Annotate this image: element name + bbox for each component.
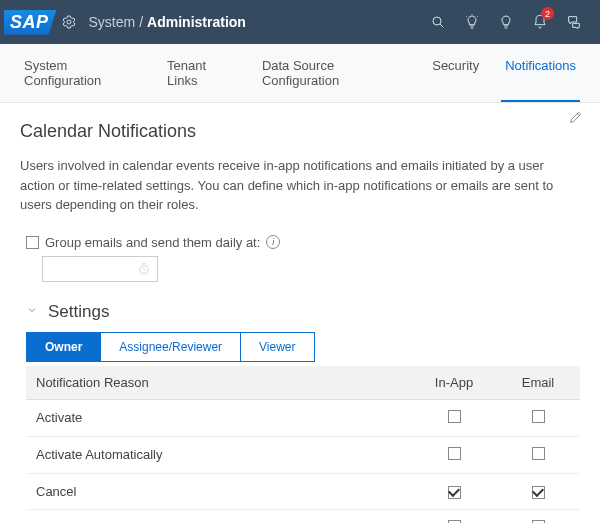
email-cell bbox=[496, 436, 580, 473]
info-icon[interactable]: i bbox=[266, 235, 280, 249]
svg-line-8 bbox=[148, 264, 149, 265]
inapp-cell bbox=[412, 436, 496, 473]
inapp-checkbox[interactable] bbox=[448, 410, 461, 423]
header-actions: 2 bbox=[422, 6, 590, 38]
group-emails-label: Group emails and send them daily at: bbox=[45, 235, 260, 250]
table-row: Activate Automatically bbox=[26, 436, 580, 473]
table-row: Cancel bbox=[26, 473, 580, 509]
bulb-on-icon[interactable] bbox=[456, 6, 488, 38]
discuss-icon[interactable] bbox=[558, 6, 590, 38]
breadcrumb-separator: / bbox=[139, 14, 143, 30]
group-time-input[interactable] bbox=[42, 256, 158, 282]
email-cell bbox=[496, 509, 580, 523]
edit-button[interactable] bbox=[568, 109, 584, 128]
breadcrumb-parent[interactable]: System bbox=[89, 14, 136, 30]
svg-line-2 bbox=[440, 24, 443, 27]
time-picker-icon bbox=[137, 262, 151, 276]
table-row: Cancel Automatically bbox=[26, 509, 580, 523]
role-segmented-control: OwnerAssignee/ReviewerViewer bbox=[26, 332, 315, 362]
col-reason-header: Notification Reason bbox=[26, 366, 412, 400]
svg-line-6 bbox=[577, 114, 579, 116]
email-checkbox[interactable] bbox=[532, 520, 545, 524]
notification-reason-cell: Activate Automatically bbox=[26, 436, 412, 473]
notification-table: Notification Reason In-App Email Activat… bbox=[26, 366, 580, 524]
tab-data-source-configuration[interactable]: Data Source Configuration bbox=[258, 44, 410, 102]
inapp-checkbox[interactable] bbox=[448, 486, 461, 499]
logo: SAP bbox=[0, 10, 57, 35]
settings-section-header: Settings bbox=[26, 302, 580, 322]
tab-tenant-links[interactable]: Tenant Links bbox=[163, 44, 240, 102]
tab-notifications[interactable]: Notifications bbox=[501, 44, 580, 102]
inapp-checkbox[interactable] bbox=[448, 520, 461, 524]
page-content: Calendar Notifications Users involved in… bbox=[0, 103, 600, 523]
inapp-cell bbox=[412, 473, 496, 509]
tab-security[interactable]: Security bbox=[428, 44, 483, 102]
inapp-checkbox[interactable] bbox=[448, 447, 461, 460]
page-description: Users involved in calendar events receiv… bbox=[20, 156, 580, 215]
breadcrumb-current: Administration bbox=[147, 14, 246, 30]
group-emails-checkbox[interactable] bbox=[26, 236, 39, 249]
email-cell bbox=[496, 399, 580, 436]
email-checkbox[interactable] bbox=[532, 447, 545, 460]
notification-reason-cell: Cancel bbox=[26, 473, 412, 509]
group-emails-row: Group emails and send them daily at: i bbox=[26, 235, 580, 250]
settings-section: Settings OwnerAssignee/ReviewerViewer No… bbox=[26, 302, 580, 524]
bell-icon[interactable]: 2 bbox=[524, 6, 556, 38]
table-row: Activate bbox=[26, 399, 580, 436]
inapp-cell bbox=[412, 509, 496, 523]
svg-line-4 bbox=[466, 16, 467, 17]
gear-icon[interactable] bbox=[57, 6, 81, 38]
bulb-icon[interactable] bbox=[490, 6, 522, 38]
page-title: Calendar Notifications bbox=[20, 121, 580, 142]
email-cell bbox=[496, 473, 580, 509]
settings-section-title: Settings bbox=[48, 302, 109, 322]
svg-point-1 bbox=[433, 17, 441, 25]
segment-owner[interactable]: Owner bbox=[27, 333, 101, 361]
logo-text: SAP bbox=[4, 10, 57, 35]
breadcrumb: System / Administration bbox=[89, 14, 246, 30]
search-icon[interactable] bbox=[422, 6, 454, 38]
col-inapp-header: In-App bbox=[412, 366, 496, 400]
notification-badge: 2 bbox=[541, 7, 554, 20]
notification-reason-cell: Cancel Automatically bbox=[26, 509, 412, 523]
svg-line-5 bbox=[477, 16, 478, 17]
col-email-header: Email bbox=[496, 366, 580, 400]
tab-system-configuration[interactable]: System Configuration bbox=[20, 44, 145, 102]
svg-point-0 bbox=[67, 20, 71, 24]
chevron-down-icon[interactable] bbox=[26, 304, 38, 319]
segment-viewer[interactable]: Viewer bbox=[241, 333, 313, 361]
email-checkbox[interactable] bbox=[532, 486, 545, 499]
segment-assignee-reviewer[interactable]: Assignee/Reviewer bbox=[101, 333, 241, 361]
shell-header: SAP System / Administration 2 bbox=[0, 0, 600, 44]
email-checkbox[interactable] bbox=[532, 410, 545, 423]
notification-reason-cell: Activate bbox=[26, 399, 412, 436]
inapp-cell bbox=[412, 399, 496, 436]
tab-bar: System ConfigurationTenant LinksData Sou… bbox=[0, 44, 600, 103]
